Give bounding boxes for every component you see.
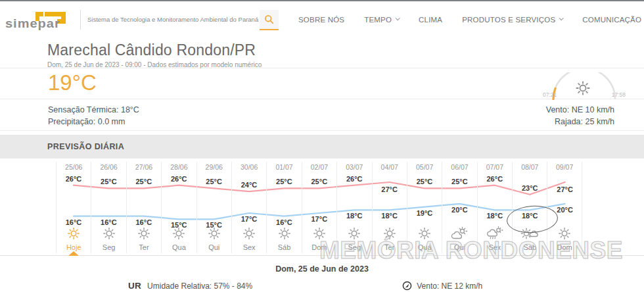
nav-item-sobre-n-s[interactable]: SOBRE NÓS xyxy=(298,16,344,24)
sunset-time: 17:58 xyxy=(612,91,626,98)
forecast-day-column[interactable]: 29/06Qui xyxy=(196,162,231,253)
max-temp-label: 25°C xyxy=(407,178,442,185)
min-temp-label: 20°C xyxy=(442,206,477,214)
forecast-day-label: Dom xyxy=(557,243,572,251)
forecast-date: 09/07 xyxy=(556,163,573,171)
sun-icon xyxy=(417,226,432,241)
nav-item-produtos-e-servi-os[interactable]: PRODUTOS E SERVIÇOS xyxy=(462,16,563,24)
precipitation-row: Precipitação: 0.0 mm xyxy=(48,116,139,128)
page-title: Marechal Cândido Rondon/PR xyxy=(47,41,644,59)
forecast-date: 06/07 xyxy=(451,163,468,171)
forecast-day-label: Hoje xyxy=(66,243,81,251)
forecast-date: 04/07 xyxy=(381,163,398,171)
sun-icon xyxy=(277,226,292,241)
max-temp-label: 23°C xyxy=(512,184,547,192)
forecast-day-column[interactable]: 04/07Ter xyxy=(372,162,407,253)
sun-icon xyxy=(312,226,327,241)
max-temp-label: 27°C xyxy=(547,185,583,193)
forecast-date: 26/06 xyxy=(100,163,117,171)
forecast-day-label: Sex xyxy=(488,243,501,251)
forecast-date: 07/07 xyxy=(486,163,503,171)
min-temp-label: 16°C xyxy=(56,218,91,226)
forecast-day-column[interactable]: 05/07Qua xyxy=(407,162,442,253)
min-temp-label: 18°C xyxy=(336,212,372,220)
gust-row: Rajada: 25 km/h xyxy=(546,116,614,128)
forecast-day-label: Ter xyxy=(139,243,149,251)
min-temp-label: 15°C xyxy=(161,221,196,229)
max-temp-label: 25°C xyxy=(196,178,232,185)
sun-icon xyxy=(557,226,572,241)
forecast-date: 08/07 xyxy=(521,163,538,171)
sunrise-time: 07:21 xyxy=(543,91,557,98)
daily-forecast-section-title: PREVISÃO DIÁRIA xyxy=(0,135,644,158)
humidity-summary: UR Umidade Relativa: 57% - 84% xyxy=(128,281,252,291)
forecast-date: 01/07 xyxy=(275,163,292,171)
compass-icon xyxy=(402,281,412,291)
min-temp-label: 16°C xyxy=(126,218,162,226)
forecast-day-column[interactable]: 30/06Sex xyxy=(231,162,266,253)
forecast-day-label: Qui xyxy=(454,243,465,251)
max-temp-label: 26°C xyxy=(336,175,372,183)
search-button[interactable] xyxy=(260,10,279,30)
forecast-day-label: Qua xyxy=(418,243,432,251)
feels-like-row: Sensação Térmica: 18°C xyxy=(48,104,139,116)
chevron-down-icon xyxy=(396,16,400,20)
wind-row: Vento: NE 10 km/h xyxy=(546,104,614,116)
min-temp-label: 16°C xyxy=(266,218,302,226)
simepar-logo[interactable]: simepar xyxy=(4,7,78,34)
min-temp-label: 15°C xyxy=(196,221,232,229)
nav-item-clima[interactable]: CLIMA xyxy=(419,16,442,24)
forecast-day-label: Sex xyxy=(243,243,256,251)
forecast-date: 29/06 xyxy=(206,163,223,171)
location-header: Marechal Cândido Rondon/PR Dom, 25 de Ju… xyxy=(0,38,644,68)
forecast-date: 30/06 xyxy=(241,163,258,171)
daily-forecast-chart: 25/06Hoje26/06Seg27/06Ter28/06Qua29/06Qu… xyxy=(0,158,644,256)
search-icon xyxy=(264,14,274,24)
day-summary: Dom, 25 de Jun de 2023 UR Umidade Relati… xyxy=(0,256,644,291)
cloud-sun-icon xyxy=(451,226,468,241)
min-temp-label: 18°C xyxy=(477,212,513,220)
min-temp-label: 20°C xyxy=(547,206,583,214)
max-temp-label: 25°C xyxy=(266,178,302,185)
wind-summary: Vento: NE 12 km/h xyxy=(402,281,482,291)
nav-item-comunica-o[interactable]: COMUNICAÇÃO xyxy=(582,16,644,24)
nav-item-tempo[interactable]: TEMPO xyxy=(364,16,399,24)
forecast-day-label: Sáb xyxy=(278,243,291,251)
main-nav: SOBRE NÓSTEMPOCLIMAPRODUTOS E SERVIÇOSCO… xyxy=(260,10,644,30)
humidity-abbr: UR xyxy=(128,281,141,291)
forecast-day-column[interactable]: 01/07Sáb xyxy=(266,162,301,253)
sun-icon xyxy=(102,226,116,241)
forecast-date: 05/07 xyxy=(416,163,433,171)
page-subtitle: Dom, 25 de Jun de 2023 - 09:00 - Dados e… xyxy=(47,61,644,68)
sun-icon xyxy=(574,80,591,99)
forecast-day-label: Dom xyxy=(311,243,327,251)
max-temp-label: 26°C xyxy=(477,175,513,183)
rain-icon xyxy=(486,226,503,241)
current-conditions: 19°C 07:21 17:58 xyxy=(0,68,644,99)
forecast-day-label: Seg xyxy=(348,243,361,251)
forecast-day-column[interactable]: 27/06Ter xyxy=(126,162,161,253)
chevron-down-icon xyxy=(559,16,564,20)
forecast-date: 25/06 xyxy=(65,163,82,171)
sun-icon xyxy=(382,226,397,241)
forecast-day-column[interactable]: 26/06Seg xyxy=(91,162,126,253)
max-temp-label: 25°C xyxy=(302,178,337,185)
sun-icon xyxy=(137,226,151,241)
logo-text: simepar xyxy=(5,17,60,29)
min-temp-label: 17°C xyxy=(302,215,337,223)
selected-day-pointer xyxy=(68,251,79,256)
forecast-date: 02/07 xyxy=(311,163,328,171)
forecast-day-column[interactable]: 02/07Dom xyxy=(302,162,336,253)
max-temp-label: 25°C xyxy=(442,178,477,185)
forecast-day-label: Qui xyxy=(208,243,219,251)
max-temp-label: 25°C xyxy=(91,178,126,185)
max-temp-label: 24°C xyxy=(231,181,267,189)
forecast-date: 27/06 xyxy=(135,163,152,171)
header-divider xyxy=(80,10,81,30)
summary-date: Dom, 25 de Jun de 2023 xyxy=(0,264,644,274)
max-temp-label: 25°C xyxy=(126,178,162,185)
forecast-date: 03/07 xyxy=(346,163,363,171)
forecast-day-label: Seg xyxy=(103,243,116,251)
max-temp-label: 27°C xyxy=(372,185,407,193)
sunrise-sunset-widget: 07:21 17:58 xyxy=(541,71,627,99)
